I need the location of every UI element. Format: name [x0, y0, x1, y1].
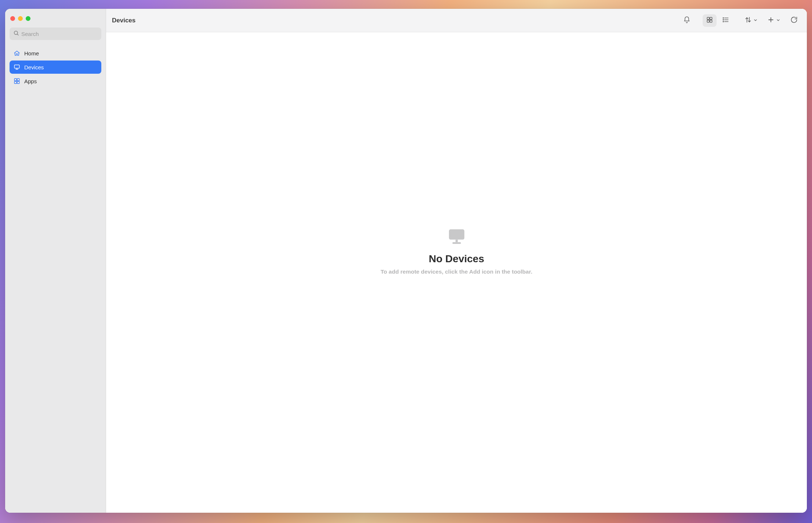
app-window: Home Devices Apps Devices [5, 9, 807, 513]
svg-rect-10 [710, 17, 712, 19]
fullscreen-window-button[interactable] [26, 16, 30, 21]
close-window-button[interactable] [10, 16, 15, 21]
page-title: Devices [112, 17, 135, 24]
empty-display-icon [446, 226, 467, 248]
sidebar-item-devices[interactable]: Devices [10, 61, 101, 74]
display-icon [13, 63, 21, 71]
sidebar: Home Devices Apps [5, 9, 106, 513]
search-container [5, 28, 106, 44]
sidebar-item-apps[interactable]: Apps [10, 74, 101, 88]
sidebar-item-home[interactable]: Home [10, 47, 101, 60]
apps-icon [13, 77, 21, 85]
svg-point-16 [723, 18, 724, 18]
chevron-down-icon [776, 17, 780, 24]
sort-button[interactable] [742, 14, 761, 27]
chevron-down-icon [753, 17, 758, 24]
bell-icon [683, 16, 690, 25]
svg-rect-8 [17, 81, 19, 84]
notifications-button[interactable] [680, 14, 694, 27]
svg-rect-7 [14, 81, 17, 84]
sidebar-item-label: Home [24, 50, 39, 56]
empty-state-subtitle: To add remote devices, click the Add ico… [381, 268, 532, 275]
svg-line-1 [17, 34, 18, 35]
empty-state-title: No Devices [429, 253, 484, 265]
house-icon [13, 50, 21, 57]
svg-rect-9 [707, 17, 709, 19]
svg-rect-21 [449, 229, 464, 239]
refresh-icon [790, 16, 798, 25]
svg-rect-5 [14, 78, 17, 81]
svg-point-18 [723, 21, 724, 22]
content-area: No Devices To add remote devices, click … [106, 32, 807, 513]
toolbar: Devices [106, 9, 807, 32]
svg-point-17 [723, 19, 724, 20]
svg-rect-6 [17, 78, 19, 81]
search-icon [13, 30, 19, 37]
plus-icon [767, 16, 775, 25]
list-view-button[interactable] [719, 14, 733, 27]
sidebar-nav: Home Devices Apps [5, 44, 106, 90]
main-area: Devices [106, 9, 807, 513]
sidebar-item-label: Apps [24, 78, 37, 84]
svg-rect-22 [455, 239, 457, 242]
svg-rect-12 [710, 20, 712, 22]
view-mode-group [703, 14, 733, 27]
sidebar-item-label: Devices [24, 64, 44, 70]
svg-rect-23 [452, 242, 461, 244]
search-input[interactable] [21, 31, 98, 37]
list-icon [722, 16, 729, 25]
grid-icon [706, 16, 713, 25]
sort-icon [744, 16, 752, 25]
grid-view-button[interactable] [703, 14, 717, 27]
svg-rect-2 [14, 65, 19, 68]
window-controls [5, 13, 106, 28]
search-field[interactable] [10, 28, 101, 40]
refresh-button[interactable] [787, 14, 801, 27]
add-button[interactable] [764, 14, 783, 27]
minimize-window-button[interactable] [18, 16, 23, 21]
svg-rect-11 [707, 20, 709, 22]
